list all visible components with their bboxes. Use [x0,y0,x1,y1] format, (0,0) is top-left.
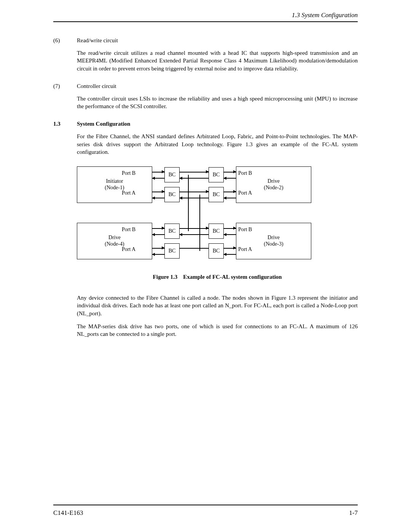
bus-line [188,175,189,231]
connector [224,172,236,173]
node-1-box: Initiator (Node-1) [77,166,152,203]
connector [152,198,164,198]
section-1-3: 1.3 System Configuration For the Fibre C… [53,121,358,156]
connector [152,192,164,192]
figure-caption-label: Figure 1.3 [153,274,178,280]
node-2-label: Drive [236,178,311,185]
bc-box: BC [209,224,224,239]
port-a-label: Port A [122,190,135,196]
connector [224,254,236,255]
after-figure-p1: Any device connected to the Fibre Channe… [77,294,358,317]
section-1-3-title: System Configuration [77,121,358,127]
section-7: (7) Controller circuit The controller ci… [53,83,358,110]
running-header: 1.3 System Configuration [53,11,358,19]
node-4-box: Drive (Node-4) [77,223,152,259]
node-1-label: Initiator [77,178,152,185]
section-7-body: The controller circuit uses LSIs to incr… [77,95,358,110]
page: 1.3 System Configuration (6) Read/write … [0,0,411,532]
port-a-label: Port A [238,190,252,196]
connector [152,172,164,173]
node-4-sub: (Node-4) [77,241,152,248]
connector [152,234,164,235]
section-6-body: The read/write circuit utilizes a read c… [77,49,358,72]
connector [152,178,164,179]
connector [180,172,209,173]
section-1-3-body: For the Fibre Channel, the ANSI standard… [77,133,358,156]
section-6-number: (6) [53,37,77,44]
section-7-title: Controller circuit [77,83,358,89]
connector [224,192,236,192]
footer-page-number: 1-7 [349,509,358,517]
connector [152,228,164,229]
section-6-title: Read/write circuit [77,37,358,44]
connector [180,234,209,235]
port-b-label: Port B [122,227,135,233]
connector [224,198,236,198]
diagram: Initiator (Node-1) Drive (Node-2) Drive … [77,166,313,262]
connector [224,234,236,235]
bc-box: BC [209,167,224,182]
port-a-label: Port A [122,246,135,252]
top-rule [53,21,358,22]
connector [224,178,236,179]
bc-box: BC [164,224,180,239]
port-b-label: Port B [122,170,135,176]
section-6: (6) Read/write circuit The read/write ci… [53,37,358,72]
connector [224,228,236,229]
bc-box: BC [209,187,224,202]
figure-caption-text: Example of FC-AL system configuration [183,274,282,280]
after-figure-p2: The MAP-series disk drive has two ports,… [77,323,358,338]
port-b-label: Port B [238,170,252,176]
port-a-label: Port A [238,246,252,252]
bc-box: BC [209,243,224,259]
connector [152,248,164,249]
connector [180,228,209,229]
connector [180,248,209,249]
connector [224,248,236,249]
section-7-number: (7) [53,83,77,89]
node-1-sub: (Node-1) [77,185,152,191]
connector [152,254,164,255]
section-1-3-number: 1.3 [53,121,77,127]
node-4-label: Drive [77,235,152,241]
figure-caption: Figure 1.3 Example of FC-AL system confi… [77,274,358,280]
connector [180,198,209,198]
bc-box: BC [164,187,180,202]
connector [180,192,209,192]
footer-doc-code: C141-E163 [53,509,83,517]
bus-line [199,195,200,251]
figure-1-3: Initiator (Node-1) Drive (Node-2) Drive … [77,166,358,262]
footer-rule [53,505,358,505]
bc-box: BC [164,167,180,182]
connector [180,178,209,179]
page-footer: C141-E163 1-7 [53,509,358,517]
port-b-label: Port B [238,227,252,233]
node-3-label: Drive [236,235,311,241]
bc-box: BC [164,243,180,259]
